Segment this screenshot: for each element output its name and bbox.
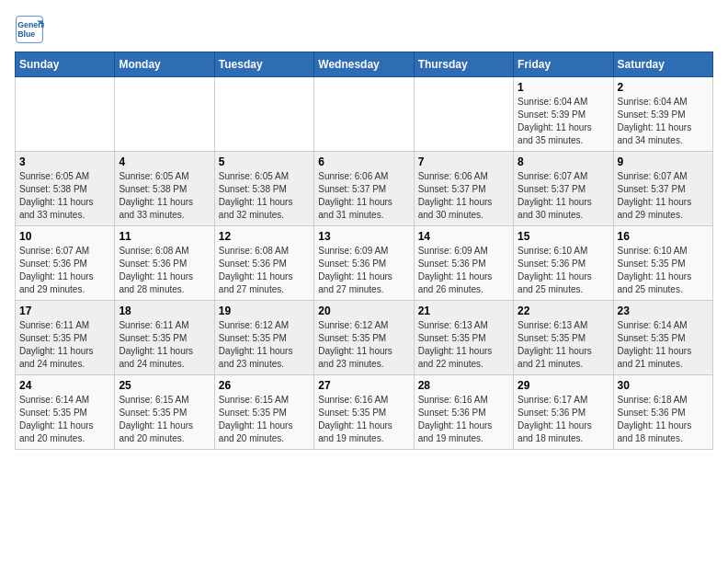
day-number: 13: [318, 230, 409, 243]
day-number: 26: [219, 379, 310, 392]
day-number: 1: [518, 81, 609, 94]
day-info: Sunrise: 6:15 AM Sunset: 5:35 PM Dayligh…: [219, 394, 310, 445]
day-info: Sunrise: 6:07 AM Sunset: 5:37 PM Dayligh…: [518, 170, 609, 222]
day-number: 20: [318, 304, 409, 317]
day-number: 30: [618, 379, 709, 392]
day-number: 7: [418, 155, 509, 168]
day-info: Sunrise: 6:09 AM Sunset: 5:36 PM Dayligh…: [318, 245, 409, 296]
day-info: Sunrise: 6:18 AM Sunset: 5:36 PM Dayligh…: [618, 394, 709, 445]
day-number: 2: [618, 81, 709, 94]
calendar-cell: 9Sunrise: 6:07 AM Sunset: 5:37 PM Daylig…: [613, 152, 712, 226]
dow-header: Tuesday: [214, 52, 313, 77]
calendar-cell: 20Sunrise: 6:12 AM Sunset: 5:35 PM Dayli…: [314, 301, 414, 375]
day-number: 12: [219, 230, 310, 243]
calendar-cell: 27Sunrise: 6:16 AM Sunset: 5:35 PM Dayli…: [314, 375, 414, 450]
day-info: Sunrise: 6:14 AM Sunset: 5:35 PM Dayligh…: [19, 394, 110, 445]
calendar-cell: 1Sunrise: 6:04 AM Sunset: 5:39 PM Daylig…: [514, 77, 613, 152]
day-number: 24: [19, 379, 110, 392]
day-info: Sunrise: 6:06 AM Sunset: 5:37 PM Dayligh…: [418, 170, 509, 222]
day-info: Sunrise: 6:16 AM Sunset: 5:35 PM Dayligh…: [318, 394, 409, 445]
day-number: 6: [318, 155, 409, 168]
logo-icon: General Blue: [15, 15, 44, 44]
day-info: Sunrise: 6:09 AM Sunset: 5:36 PM Dayligh…: [418, 245, 509, 296]
dow-header: Saturday: [613, 52, 712, 77]
dow-header: Sunday: [16, 52, 115, 77]
day-info: Sunrise: 6:04 AM Sunset: 5:39 PM Dayligh…: [518, 96, 609, 147]
calendar-cell: 5Sunrise: 6:05 AM Sunset: 5:38 PM Daylig…: [214, 152, 313, 226]
day-number: 21: [418, 304, 509, 317]
day-info: Sunrise: 6:11 AM Sunset: 5:35 PM Dayligh…: [19, 319, 110, 371]
svg-text:Blue: Blue: [17, 29, 35, 39]
calendar-cell: 14Sunrise: 6:09 AM Sunset: 5:36 PM Dayli…: [414, 226, 513, 301]
day-number: 17: [19, 304, 110, 317]
calendar-cell: 2Sunrise: 6:04 AM Sunset: 5:39 PM Daylig…: [613, 77, 712, 152]
day-number: 11: [119, 230, 210, 243]
day-number: 25: [119, 379, 210, 392]
calendar-cell: 30Sunrise: 6:18 AM Sunset: 5:36 PM Dayli…: [613, 375, 712, 450]
day-info: Sunrise: 6:07 AM Sunset: 5:37 PM Dayligh…: [618, 170, 709, 222]
dow-header: Thursday: [414, 52, 513, 77]
logo: General Blue: [15, 15, 44, 44]
calendar-cell: 28Sunrise: 6:16 AM Sunset: 5:36 PM Dayli…: [414, 375, 513, 450]
day-number: 3: [19, 155, 110, 168]
calendar-cell: 22Sunrise: 6:13 AM Sunset: 5:35 PM Dayli…: [514, 301, 613, 375]
day-number: 23: [618, 304, 709, 317]
calendar-cell: 21Sunrise: 6:13 AM Sunset: 5:35 PM Dayli…: [414, 301, 513, 375]
calendar-cell: [414, 77, 513, 152]
calendar-cell: 15Sunrise: 6:10 AM Sunset: 5:36 PM Dayli…: [514, 226, 613, 301]
day-info: Sunrise: 6:12 AM Sunset: 5:35 PM Dayligh…: [318, 319, 409, 371]
calendar-cell: 29Sunrise: 6:17 AM Sunset: 5:36 PM Dayli…: [514, 375, 613, 450]
day-info: Sunrise: 6:06 AM Sunset: 5:37 PM Dayligh…: [318, 170, 409, 222]
day-info: Sunrise: 6:04 AM Sunset: 5:39 PM Dayligh…: [618, 96, 709, 147]
dow-header: Friday: [514, 52, 613, 77]
calendar-cell: 26Sunrise: 6:15 AM Sunset: 5:35 PM Dayli…: [214, 375, 313, 450]
calendar-week-row: 24Sunrise: 6:14 AM Sunset: 5:35 PM Dayli…: [16, 375, 713, 450]
day-info: Sunrise: 6:07 AM Sunset: 5:36 PM Dayligh…: [19, 245, 110, 296]
day-number: 10: [19, 230, 110, 243]
calendar-cell: 6Sunrise: 6:06 AM Sunset: 5:37 PM Daylig…: [314, 152, 414, 226]
day-number: 5: [219, 155, 310, 168]
dow-header: Monday: [115, 52, 214, 77]
calendar-cell: 4Sunrise: 6:05 AM Sunset: 5:38 PM Daylig…: [115, 152, 214, 226]
day-number: 14: [418, 230, 509, 243]
dow-header: Wednesday: [314, 52, 414, 77]
page-header: General Blue: [15, 15, 713, 44]
calendar-cell: 10Sunrise: 6:07 AM Sunset: 5:36 PM Dayli…: [16, 226, 115, 301]
calendar-cell: 17Sunrise: 6:11 AM Sunset: 5:35 PM Dayli…: [16, 301, 115, 375]
day-info: Sunrise: 6:05 AM Sunset: 5:38 PM Dayligh…: [219, 170, 310, 222]
day-info: Sunrise: 6:15 AM Sunset: 5:35 PM Dayligh…: [119, 394, 210, 445]
day-number: 27: [318, 379, 409, 392]
day-number: 9: [618, 155, 709, 168]
calendar-cell: 19Sunrise: 6:12 AM Sunset: 5:35 PM Dayli…: [214, 301, 313, 375]
day-info: Sunrise: 6:11 AM Sunset: 5:35 PM Dayligh…: [119, 319, 210, 371]
day-number: 8: [518, 155, 609, 168]
calendar-cell: 23Sunrise: 6:14 AM Sunset: 5:35 PM Dayli…: [613, 301, 712, 375]
calendar-week-row: 1Sunrise: 6:04 AM Sunset: 5:39 PM Daylig…: [16, 77, 713, 152]
calendar-cell: 8Sunrise: 6:07 AM Sunset: 5:37 PM Daylig…: [514, 152, 613, 226]
calendar-cell: [16, 77, 115, 152]
day-info: Sunrise: 6:05 AM Sunset: 5:38 PM Dayligh…: [19, 170, 110, 222]
calendar-week-row: 3Sunrise: 6:05 AM Sunset: 5:38 PM Daylig…: [16, 152, 713, 226]
day-number: 22: [518, 304, 609, 317]
day-number: 16: [618, 230, 709, 243]
day-info: Sunrise: 6:10 AM Sunset: 5:35 PM Dayligh…: [618, 245, 709, 296]
day-number: 19: [219, 304, 310, 317]
day-info: Sunrise: 6:08 AM Sunset: 5:36 PM Dayligh…: [119, 245, 210, 296]
day-info: Sunrise: 6:10 AM Sunset: 5:36 PM Dayligh…: [518, 245, 609, 296]
day-number: 4: [119, 155, 210, 168]
calendar-cell: 12Sunrise: 6:08 AM Sunset: 5:36 PM Dayli…: [214, 226, 313, 301]
calendar-cell: 25Sunrise: 6:15 AM Sunset: 5:35 PM Dayli…: [115, 375, 214, 450]
calendar-cell: [214, 77, 313, 152]
calendar-week-row: 17Sunrise: 6:11 AM Sunset: 5:35 PM Dayli…: [16, 301, 713, 375]
day-number: 29: [518, 379, 609, 392]
calendar-cell: 11Sunrise: 6:08 AM Sunset: 5:36 PM Dayli…: [115, 226, 214, 301]
calendar-header: SundayMondayTuesdayWednesdayThursdayFrid…: [16, 52, 713, 77]
calendar-cell: 13Sunrise: 6:09 AM Sunset: 5:36 PM Dayli…: [314, 226, 414, 301]
day-info: Sunrise: 6:17 AM Sunset: 5:36 PM Dayligh…: [518, 394, 609, 445]
day-info: Sunrise: 6:05 AM Sunset: 5:38 PM Dayligh…: [119, 170, 210, 222]
day-info: Sunrise: 6:13 AM Sunset: 5:35 PM Dayligh…: [418, 319, 509, 371]
day-info: Sunrise: 6:08 AM Sunset: 5:36 PM Dayligh…: [219, 245, 310, 296]
day-number: 28: [418, 379, 509, 392]
calendar-cell: 18Sunrise: 6:11 AM Sunset: 5:35 PM Dayli…: [115, 301, 214, 375]
day-info: Sunrise: 6:16 AM Sunset: 5:36 PM Dayligh…: [418, 394, 509, 445]
